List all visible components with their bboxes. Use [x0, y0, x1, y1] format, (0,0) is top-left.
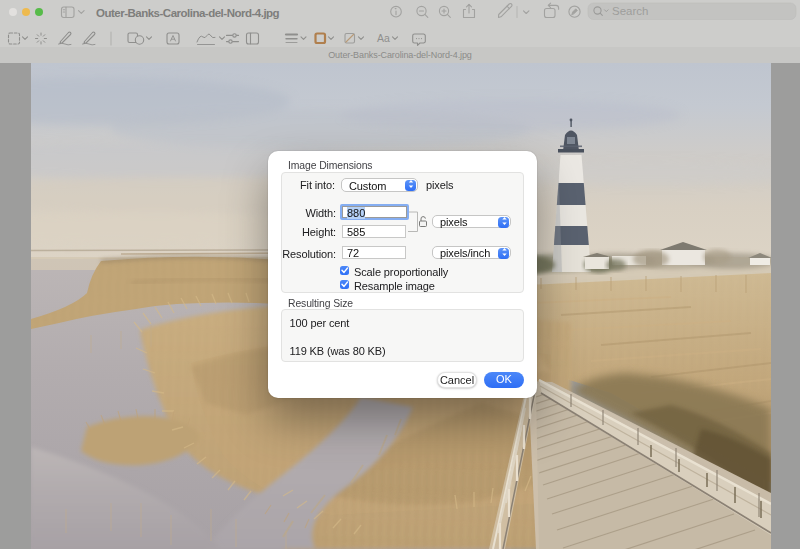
- svg-text:Aa: Aa: [377, 32, 390, 44]
- svg-text:Search: Search: [612, 5, 648, 17]
